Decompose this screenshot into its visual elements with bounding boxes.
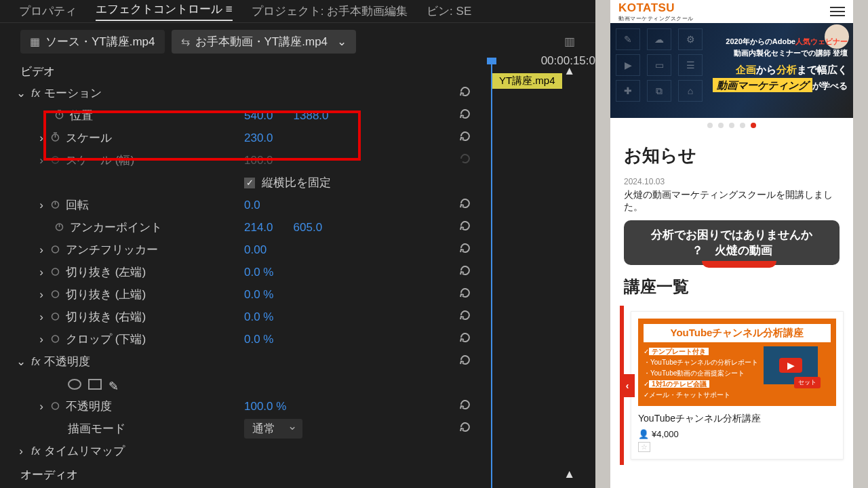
tab-project[interactable]: プロジェクト: お手本動画編集 bbox=[252, 3, 408, 19]
tab-properties[interactable]: プロパティ bbox=[19, 3, 77, 19]
property-anchor[interactable]: アンカーポイント 214.0605.0 bbox=[0, 216, 595, 239]
crop-l-value[interactable]: 0.0 % bbox=[244, 266, 273, 279]
master-chip[interactable]: ⇆お手本動画・YT講座.mp4⌄ bbox=[172, 30, 357, 54]
reset-icon[interactable] bbox=[458, 398, 472, 415]
dot-2[interactable] bbox=[718, 123, 724, 128]
opacity-section[interactable]: ⌄fx不透明度 bbox=[0, 350, 595, 373]
source-label: ソース・YT講座.mp4 bbox=[45, 34, 155, 49]
hero-banner[interactable]: ✎☁⚙ ▶▭☰ ✚⧉⌂ 2020年からのAdobe人気ウェビナー 動画内製化セミ… bbox=[610, 23, 853, 118]
carousel-prev-icon[interactable]: ‹ bbox=[620, 374, 635, 397]
anchor-y[interactable]: 605.0 bbox=[294, 221, 323, 235]
crop-t-value[interactable]: 0.0 % bbox=[244, 288, 273, 302]
property-crop-top[interactable]: › 切り抜き (上端) 0.0 % bbox=[0, 283, 595, 306]
property-crop-bottom[interactable]: › クロップ (下端) 0.0 % bbox=[0, 328, 595, 350]
favorite-star-icon[interactable]: ☆ bbox=[638, 442, 650, 452]
expand-icon[interactable]: › bbox=[35, 310, 47, 324]
callout-bubble[interactable]: 分析でお困りではありませんか ？ 火燵の動画 bbox=[624, 220, 840, 265]
crop-r-value[interactable]: 0.0 % bbox=[244, 310, 273, 324]
stopwatch-icon[interactable] bbox=[54, 221, 64, 235]
mini-timeline: 00:00:15:0 YT講座.mp4 bbox=[481, 34, 595, 88]
timeremap-section[interactable]: ›fxタイムリマップ bbox=[0, 440, 595, 462]
crop-b-value[interactable]: 0.0 % bbox=[244, 333, 273, 346]
uniform-scale-row[interactable]: ✓縦横比を固定 bbox=[0, 171, 595, 194]
reset-icon[interactable] bbox=[458, 107, 472, 124]
expand-icon[interactable]: ⌄ bbox=[15, 86, 27, 100]
expand-icon[interactable]: › bbox=[35, 131, 47, 145]
timecode: 00:00:15:0 bbox=[541, 54, 595, 68]
expand-icon[interactable]: › bbox=[35, 400, 47, 413]
reset-icon[interactable] bbox=[458, 197, 472, 214]
playhead-icon[interactable] bbox=[487, 58, 496, 488]
pen-mask-icon[interactable]: ✎ bbox=[108, 379, 122, 390]
banner-title: YouTubeチャンネル分析講座 bbox=[644, 324, 831, 342]
timeline-clip[interactable]: YT講座.mp4 bbox=[492, 73, 562, 89]
stopwatch-icon[interactable] bbox=[50, 310, 60, 324]
stopwatch-icon[interactable] bbox=[54, 109, 64, 123]
tab-effect-controls[interactable]: エフェクトコントロール ≡ bbox=[96, 1, 233, 21]
reset-icon[interactable] bbox=[458, 85, 472, 102]
reset-icon[interactable] bbox=[458, 353, 472, 370]
expand-icon[interactable]: › bbox=[35, 266, 47, 279]
expand-icon[interactable]: ⌄ bbox=[15, 354, 27, 369]
expand-icon[interactable]: › bbox=[35, 243, 47, 257]
property-crop-right[interactable]: › 切り抜き (右端) 0.0 % bbox=[0, 306, 595, 328]
dot-5[interactable] bbox=[751, 123, 756, 128]
panel-tabs: プロパティ エフェクトコントロール ≡ プロジェクト: お手本動画編集 ビン: … bbox=[0, 0, 595, 23]
property-crop-left[interactable]: › 切り抜き (左端) 0.0 % bbox=[0, 261, 595, 283]
blend-label: 描画モード bbox=[68, 421, 125, 436]
stopwatch-icon[interactable] bbox=[50, 400, 60, 413]
scale-value[interactable]: 230.0 bbox=[244, 131, 273, 145]
brand-logo[interactable]: KOTATSU動画マーケティングスクール bbox=[618, 1, 694, 22]
carousel-dots[interactable] bbox=[610, 118, 853, 133]
property-opacity[interactable]: › 不透明度 100.0 % bbox=[0, 395, 595, 418]
property-scale[interactable]: › スケール 230.0 bbox=[0, 127, 595, 149]
dot-1[interactable] bbox=[707, 123, 713, 128]
expand-icon[interactable]: › bbox=[35, 333, 47, 346]
uniform-label: 縦横比を固定 bbox=[262, 175, 331, 190]
reset-icon[interactable] bbox=[458, 241, 472, 258]
source-chip[interactable]: ▦ソース・YT講座.mp4 bbox=[20, 30, 165, 54]
stopwatch-icon[interactable] bbox=[50, 266, 60, 279]
news-date: 2024.10.03 bbox=[624, 177, 840, 186]
reset-icon[interactable] bbox=[458, 420, 472, 437]
rotation-value[interactable]: 0.0 bbox=[244, 199, 260, 212]
reset-icon[interactable] bbox=[458, 129, 472, 146]
reset-icon[interactable] bbox=[458, 286, 472, 303]
news-body[interactable]: 火燵の動画マーケティングスクールを開講しました。 bbox=[624, 189, 840, 214]
reset-icon[interactable] bbox=[458, 264, 472, 281]
opacity-value[interactable]: 100.0 % bbox=[244, 400, 286, 413]
hamburger-icon[interactable] bbox=[830, 7, 845, 16]
opacity-value-label: 不透明度 bbox=[66, 399, 112, 414]
menu-icon[interactable]: ≡ bbox=[226, 3, 233, 16]
property-blend-mode[interactable]: 描画モード 通常 bbox=[0, 418, 595, 440]
stopwatch-icon[interactable] bbox=[50, 131, 60, 145]
property-rotation[interactable]: › 回転 0.0 bbox=[0, 194, 595, 216]
expand-icon[interactable]: › bbox=[35, 288, 47, 302]
position-x[interactable]: 540.0 bbox=[244, 109, 273, 123]
stopwatch-icon[interactable] bbox=[50, 288, 60, 302]
position-y[interactable]: 1388.0 bbox=[294, 109, 329, 123]
stopwatch-icon[interactable] bbox=[50, 243, 60, 257]
checkbox-icon[interactable]: ✓ bbox=[244, 178, 255, 188]
dot-4[interactable] bbox=[740, 123, 745, 128]
property-antiflicker[interactable]: › アンチフリッカー 0.00 bbox=[0, 239, 595, 261]
stopwatch-icon[interactable] bbox=[50, 199, 60, 212]
dot-3[interactable] bbox=[729, 123, 734, 128]
reset-icon[interactable] bbox=[458, 219, 472, 236]
opacity-label: 不透明度 bbox=[44, 354, 90, 369]
property-position[interactable]: 位置 540.01388.0 bbox=[0, 104, 595, 127]
rect-mask-icon[interactable] bbox=[88, 379, 102, 390]
reset-icon[interactable] bbox=[458, 308, 472, 325]
reset-icon[interactable] bbox=[458, 331, 472, 348]
anchor-x[interactable]: 214.0 bbox=[244, 221, 273, 235]
ellipse-mask-icon[interactable] bbox=[68, 379, 81, 390]
tab-bin[interactable]: ビン: SE bbox=[427, 3, 471, 19]
stopwatch-icon[interactable] bbox=[50, 333, 60, 346]
premiere-panel: プロパティ エフェクトコントロール ≡ プロジェクト: お手本動画編集 ビン: … bbox=[0, 0, 595, 488]
collapse-icon[interactable]: ▲ bbox=[564, 468, 575, 481]
course-card[interactable]: YouTubeチャンネル分析講座 ✓テンプレート付き ・YouTubeチャンネル… bbox=[631, 311, 844, 460]
expand-icon[interactable]: › bbox=[15, 445, 27, 458]
expand-icon[interactable]: › bbox=[35, 199, 47, 212]
antiflicker-value[interactable]: 0.00 bbox=[244, 243, 267, 257]
blend-mode-select[interactable]: 通常 bbox=[244, 419, 302, 439]
